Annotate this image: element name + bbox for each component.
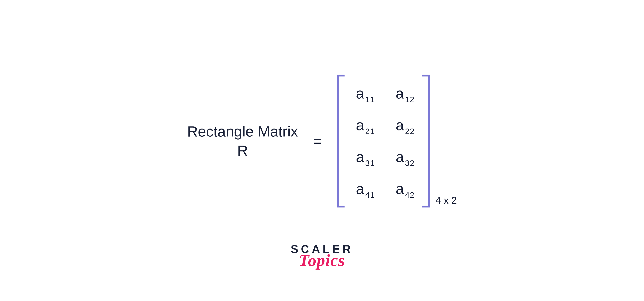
brand-logo: SCALER Topics [291,243,354,269]
matrix-cell: a21 [356,118,375,133]
matrix-label: Rectangle Matrix R [187,122,298,160]
matrix-equation: Rectangle Matrix R = a11 a12 a21 a22 a31… [187,75,457,208]
matrix-cell: a11 [356,86,375,101]
matrix-cell: a42 [396,181,414,196]
matrix-grid: a11 a12 a21 a22 a31 a32 a41 a42 [344,75,422,208]
matrix-cell: a12 [396,86,414,101]
matrix-dimension: 4 x 2 [436,195,457,206]
matrix-cell: a31 [356,150,375,164]
left-bracket-icon [337,75,344,208]
matrix-container: a11 a12 a21 a22 a31 a32 a41 a42 4 x 2 [337,75,457,208]
label-line-2: R [187,141,298,160]
right-bracket-icon [422,75,430,208]
label-line-1: Rectangle Matrix [187,122,298,141]
equals-sign: = [313,133,322,150]
matrix-brackets: a11 a12 a21 a22 a31 a32 a41 a42 [337,75,430,208]
matrix-cell: a41 [356,181,375,196]
matrix-cell: a32 [396,150,414,164]
logo-text-bottom: Topics [291,252,354,269]
matrix-cell: a22 [396,118,414,133]
